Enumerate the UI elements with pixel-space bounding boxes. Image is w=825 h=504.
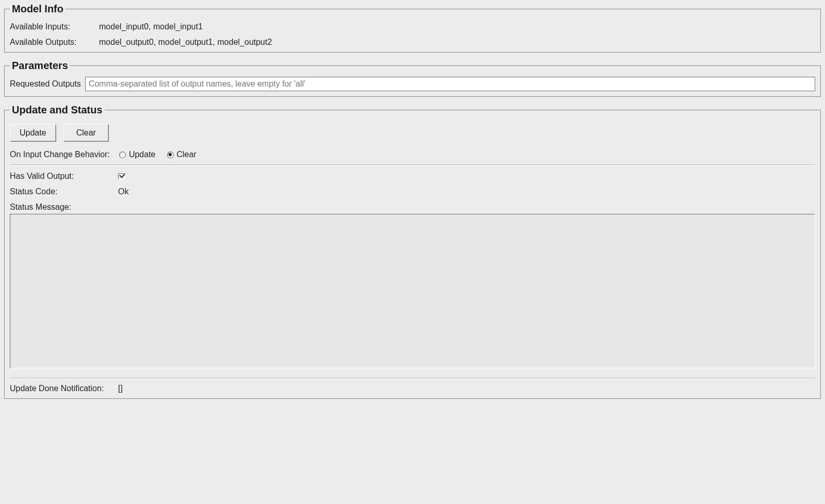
model-info-fieldset: Model Info Available Inputs: model_input… [4, 3, 821, 53]
radio-icon [167, 152, 174, 158]
divider [10, 378, 815, 379]
has-valid-output-checkbox [118, 173, 125, 180]
update-status-legend: Update and Status [10, 104, 105, 116]
update-button[interactable]: Update [10, 124, 56, 142]
parameters-fieldset: Parameters Requested Outputs [4, 60, 821, 97]
available-outputs-row: Available Outputs: model_output0, model_… [10, 38, 815, 47]
status-message-box[interactable] [10, 214, 815, 368]
update-status-fieldset: Update and Status Update Clear On Input … [4, 104, 821, 399]
requested-outputs-label: Requested Outputs [10, 79, 81, 89]
available-outputs-value: model_output0, model_output1, model_outp… [99, 38, 272, 47]
update-done-value: [] [118, 384, 123, 393]
on-input-change-label: On Input Change Behavior: [10, 150, 110, 159]
requested-outputs-input[interactable] [85, 77, 815, 91]
radio-clear[interactable]: Clear [167, 150, 196, 159]
radio-icon [119, 152, 126, 158]
radio-clear-label: Clear [177, 150, 196, 159]
requested-outputs-row: Requested Outputs [10, 77, 815, 91]
available-inputs-row: Available Inputs: model_input0, model_in… [10, 22, 815, 31]
status-message-label: Status Message: [10, 203, 815, 212]
available-outputs-label: Available Outputs: [10, 38, 90, 47]
on-input-change-row: On Input Change Behavior: Update Clear [10, 150, 815, 159]
available-inputs-label: Available Inputs: [10, 22, 90, 31]
has-valid-output-label: Has Valid Output: [10, 172, 118, 181]
update-done-label: Update Done Notification: [10, 384, 118, 393]
clear-button[interactable]: Clear [63, 124, 109, 142]
status-code-label: Status Code: [10, 187, 118, 196]
radio-update-label: Update [129, 150, 156, 159]
update-done-row: Update Done Notification: [] [10, 384, 815, 393]
button-row: Update Clear [10, 124, 815, 142]
radio-dot-icon [169, 153, 172, 156]
radio-update[interactable]: Update [119, 150, 156, 159]
status-code-row: Status Code: Ok [10, 187, 815, 196]
available-inputs-value: model_input0, model_input1 [99, 22, 203, 31]
divider [10, 164, 815, 165]
model-info-legend: Model Info [10, 3, 65, 15]
parameters-legend: Parameters [10, 60, 70, 72]
has-valid-output-row: Has Valid Output: [10, 172, 815, 181]
status-code-value: Ok [118, 187, 128, 196]
